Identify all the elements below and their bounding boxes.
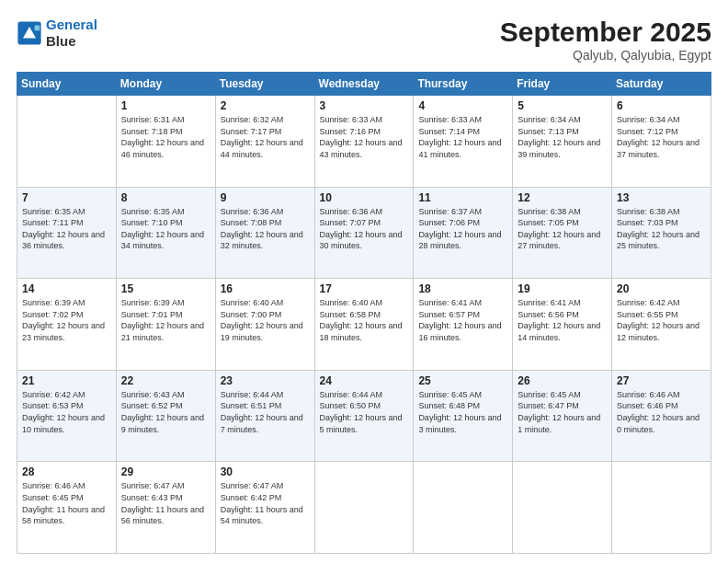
- calendar-cell: [513, 462, 612, 554]
- calendar-header-monday: Monday: [116, 73, 215, 96]
- day-number: 28: [22, 465, 111, 478]
- day-number: 12: [518, 191, 607, 204]
- calendar-cell: [612, 462, 711, 554]
- logo-line2: Blue: [46, 33, 97, 50]
- subtitle: Qalyub, Qalyubia, Egypt: [500, 48, 711, 63]
- calendar-cell: 19Sunrise: 6:41 AMSunset: 6:56 PMDayligh…: [513, 279, 612, 371]
- day-number: 6: [617, 99, 706, 112]
- cell-details: Sunrise: 6:44 AMSunset: 6:50 PMDaylight:…: [320, 389, 409, 435]
- cell-details: Sunrise: 6:37 AMSunset: 7:06 PMDaylight:…: [418, 206, 507, 252]
- day-number: 15: [121, 282, 210, 295]
- calendar-cell: 2Sunrise: 6:32 AMSunset: 7:17 PMDaylight…: [215, 96, 314, 188]
- day-number: 30: [221, 465, 310, 478]
- day-number: 21: [22, 374, 111, 387]
- day-number: 27: [617, 374, 706, 387]
- calendar-week-row: 21Sunrise: 6:42 AMSunset: 6:53 PMDayligh…: [17, 370, 711, 462]
- cell-details: Sunrise: 6:35 AMSunset: 7:10 PMDaylight:…: [121, 206, 210, 252]
- calendar-cell: 10Sunrise: 6:36 AMSunset: 7:07 PMDayligh…: [314, 187, 414, 279]
- title-block: September 2025 Qalyub, Qalyubia, Egypt: [500, 17, 711, 63]
- cell-details: Sunrise: 6:38 AMSunset: 7:05 PMDaylight:…: [518, 206, 607, 252]
- header: General Blue September 2025 Qalyub, Qaly…: [17, 17, 711, 63]
- day-number: 1: [121, 99, 210, 112]
- day-number: 16: [221, 282, 310, 295]
- svg-rect-2: [35, 26, 40, 31]
- calendar-cell: 26Sunrise: 6:45 AMSunset: 6:47 PMDayligh…: [513, 370, 612, 462]
- cell-details: Sunrise: 6:38 AMSunset: 7:03 PMDaylight:…: [617, 206, 706, 252]
- cell-details: Sunrise: 6:47 AMSunset: 6:43 PMDaylight:…: [121, 480, 210, 526]
- calendar-week-row: 1Sunrise: 6:31 AMSunset: 7:18 PMDaylight…: [17, 96, 711, 188]
- calendar-header-thursday: Thursday: [414, 73, 513, 96]
- calendar-cell: 4Sunrise: 6:33 AMSunset: 7:14 PMDaylight…: [414, 96, 513, 188]
- calendar-cell: 20Sunrise: 6:42 AMSunset: 6:55 PMDayligh…: [612, 279, 711, 371]
- cell-details: Sunrise: 6:39 AMSunset: 7:01 PMDaylight:…: [121, 297, 210, 343]
- cell-details: Sunrise: 6:42 AMSunset: 6:53 PMDaylight:…: [22, 389, 111, 435]
- calendar-cell: 30Sunrise: 6:47 AMSunset: 6:42 PMDayligh…: [215, 462, 314, 554]
- cell-details: Sunrise: 6:33 AMSunset: 7:14 PMDaylight:…: [418, 114, 507, 160]
- calendar-cell: 24Sunrise: 6:44 AMSunset: 6:50 PMDayligh…: [314, 370, 414, 462]
- day-number: 25: [418, 374, 507, 387]
- day-number: 14: [22, 282, 111, 295]
- day-number: 18: [418, 282, 507, 295]
- calendar-cell: 23Sunrise: 6:44 AMSunset: 6:51 PMDayligh…: [215, 370, 314, 462]
- calendar-cell: 3Sunrise: 6:33 AMSunset: 7:16 PMDaylight…: [314, 96, 414, 188]
- cell-details: Sunrise: 6:35 AMSunset: 7:11 PMDaylight:…: [22, 206, 111, 252]
- calendar-cell: 25Sunrise: 6:45 AMSunset: 6:48 PMDayligh…: [414, 370, 513, 462]
- cell-details: Sunrise: 6:31 AMSunset: 7:18 PMDaylight:…: [121, 114, 210, 160]
- day-number: 4: [418, 99, 507, 112]
- calendar-cell: [414, 462, 513, 554]
- cell-details: Sunrise: 6:36 AMSunset: 7:08 PMDaylight:…: [221, 206, 310, 252]
- calendar-cell: [314, 462, 414, 554]
- cell-details: Sunrise: 6:36 AMSunset: 7:07 PMDaylight:…: [320, 206, 409, 252]
- calendar-cell: 9Sunrise: 6:36 AMSunset: 7:08 PMDaylight…: [215, 187, 314, 279]
- day-number: 11: [418, 191, 507, 204]
- calendar-cell: 1Sunrise: 6:31 AMSunset: 7:18 PMDaylight…: [116, 96, 215, 188]
- day-number: 20: [617, 282, 706, 295]
- calendar-cell: 7Sunrise: 6:35 AMSunset: 7:11 PMDaylight…: [17, 187, 117, 279]
- calendar-cell: 11Sunrise: 6:37 AMSunset: 7:06 PMDayligh…: [414, 187, 513, 279]
- calendar-cell: [17, 96, 117, 188]
- cell-details: Sunrise: 6:34 AMSunset: 7:12 PMDaylight:…: [617, 114, 706, 160]
- cell-details: Sunrise: 6:45 AMSunset: 6:47 PMDaylight:…: [518, 389, 607, 435]
- cell-details: Sunrise: 6:41 AMSunset: 6:57 PMDaylight:…: [418, 297, 507, 343]
- day-number: 24: [320, 374, 409, 387]
- cell-details: Sunrise: 6:47 AMSunset: 6:42 PMDaylight:…: [221, 480, 310, 526]
- calendar-cell: 18Sunrise: 6:41 AMSunset: 6:57 PMDayligh…: [414, 279, 513, 371]
- main-title: September 2025: [500, 17, 711, 48]
- cell-details: Sunrise: 6:46 AMSunset: 6:46 PMDaylight:…: [617, 389, 706, 435]
- day-number: 26: [518, 374, 607, 387]
- logo-icon: [17, 20, 42, 46]
- calendar-table: SundayMondayTuesdayWednesdayThursdayFrid…: [17, 72, 711, 554]
- cell-details: Sunrise: 6:41 AMSunset: 6:56 PMDaylight:…: [518, 297, 607, 343]
- calendar-header-wednesday: Wednesday: [314, 73, 414, 96]
- day-number: 8: [121, 191, 210, 204]
- calendar-cell: 8Sunrise: 6:35 AMSunset: 7:10 PMDaylight…: [116, 187, 215, 279]
- cell-details: Sunrise: 6:40 AMSunset: 6:58 PMDaylight:…: [320, 297, 409, 343]
- calendar-week-row: 7Sunrise: 6:35 AMSunset: 7:11 PMDaylight…: [17, 187, 711, 279]
- calendar-cell: 12Sunrise: 6:38 AMSunset: 7:05 PMDayligh…: [513, 187, 612, 279]
- day-number: 29: [121, 465, 210, 478]
- calendar-cell: 17Sunrise: 6:40 AMSunset: 6:58 PMDayligh…: [314, 279, 414, 371]
- calendar-cell: 6Sunrise: 6:34 AMSunset: 7:12 PMDaylight…: [612, 96, 711, 188]
- calendar-cell: 28Sunrise: 6:46 AMSunset: 6:45 PMDayligh…: [17, 462, 117, 554]
- calendar-cell: 29Sunrise: 6:47 AMSunset: 6:43 PMDayligh…: [116, 462, 215, 554]
- calendar-cell: 13Sunrise: 6:38 AMSunset: 7:03 PMDayligh…: [612, 187, 711, 279]
- day-number: 7: [22, 191, 111, 204]
- cell-details: Sunrise: 6:43 AMSunset: 6:52 PMDaylight:…: [121, 389, 210, 435]
- day-number: 3: [320, 99, 409, 112]
- logo: General Blue: [17, 17, 97, 50]
- day-number: 10: [320, 191, 409, 204]
- logo-line1: General: [46, 17, 97, 32]
- cell-details: Sunrise: 6:45 AMSunset: 6:48 PMDaylight:…: [418, 389, 507, 435]
- calendar-cell: 22Sunrise: 6:43 AMSunset: 6:52 PMDayligh…: [116, 370, 215, 462]
- calendar-cell: 14Sunrise: 6:39 AMSunset: 7:02 PMDayligh…: [17, 279, 117, 371]
- day-number: 9: [221, 191, 310, 204]
- cell-details: Sunrise: 6:33 AMSunset: 7:16 PMDaylight:…: [320, 114, 409, 160]
- calendar-week-row: 14Sunrise: 6:39 AMSunset: 7:02 PMDayligh…: [17, 279, 711, 371]
- calendar-cell: 15Sunrise: 6:39 AMSunset: 7:01 PMDayligh…: [116, 279, 215, 371]
- day-number: 5: [518, 99, 607, 112]
- calendar-cell: 16Sunrise: 6:40 AMSunset: 7:00 PMDayligh…: [215, 279, 314, 371]
- calendar-cell: 21Sunrise: 6:42 AMSunset: 6:53 PMDayligh…: [17, 370, 117, 462]
- calendar-cell: 27Sunrise: 6:46 AMSunset: 6:46 PMDayligh…: [612, 370, 711, 462]
- cell-details: Sunrise: 6:42 AMSunset: 6:55 PMDaylight:…: [617, 297, 706, 343]
- cell-details: Sunrise: 6:40 AMSunset: 7:00 PMDaylight:…: [221, 297, 310, 343]
